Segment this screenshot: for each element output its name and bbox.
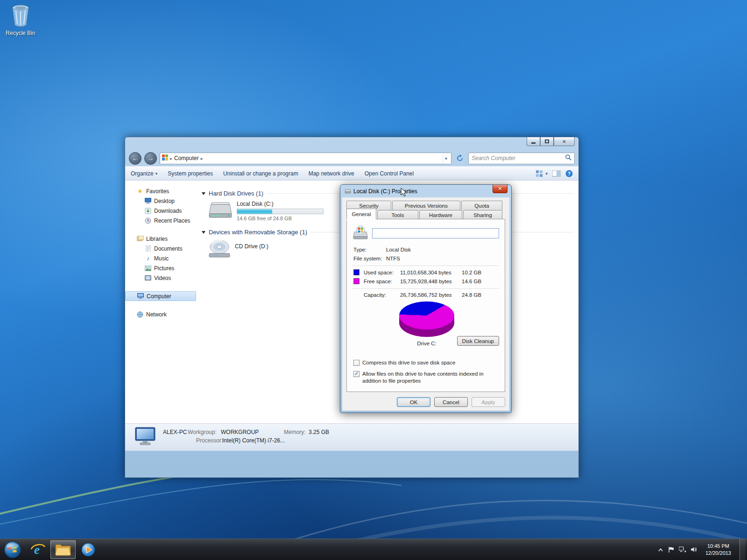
disk-cleanup-button[interactable]: Disk Cleanup — [457, 336, 499, 346]
maximize-button[interactable] — [540, 137, 554, 146]
drive-usage-bar — [237, 209, 324, 214]
compress-checkbox-row[interactable]: Compress this drive to save disk space — [353, 359, 499, 366]
computer-icon — [137, 293, 144, 300]
breadcrumb-chevron-icon: ▸ — [201, 156, 203, 161]
sidebar-item-videos[interactable]: Videos — [125, 273, 198, 283]
hard-drive-icon — [208, 200, 233, 221]
volume-label-input[interactable] — [372, 228, 499, 238]
explorer-titlebar: ✕ — [125, 137, 578, 150]
organize-label: Organize — [131, 170, 154, 177]
used-space-label: Used space: — [364, 270, 400, 275]
pie-chart-label: Drive C: — [399, 341, 454, 346]
tab-general[interactable]: General — [346, 209, 376, 219]
search-box — [468, 153, 575, 164]
sidebar-item-downloads[interactable]: Downloads — [125, 206, 198, 216]
recent-places-icon — [144, 217, 152, 224]
sidebar-item-music[interactable]: ♪ Music — [125, 253, 198, 263]
dialog-close-button[interactable]: ✕ — [493, 185, 507, 193]
dialog-titlebar: Local Disk (C:) Properties ✕ — [340, 185, 511, 197]
chevron-down-icon: ▾ — [155, 171, 158, 176]
volume-icon[interactable] — [691, 546, 697, 553]
used-swatch — [353, 269, 359, 275]
document-icon — [144, 245, 152, 252]
media-player-button[interactable] — [76, 540, 101, 560]
sidebar-item-network[interactable]: Network — [125, 309, 198, 319]
navigation-pane: ★ Favorites Desktop Downloads — [125, 181, 198, 451]
drive-c-label: Local Disk (C:) — [237, 201, 324, 207]
processor-label: Processor: — [196, 437, 223, 444]
cd-drive-label: CD Drive (D:) — [235, 243, 268, 250]
recycle-bin-icon — [9, 21, 32, 28]
computer-large-icon — [134, 427, 156, 448]
open-control-panel-button[interactable]: Open Control Panel — [365, 170, 414, 177]
ok-button[interactable]: OK — [397, 397, 430, 407]
recycle-bin[interactable]: Recycle Bin — [3, 4, 38, 36]
index-checkbox[interactable]: ✓ — [353, 371, 359, 377]
tab-tools[interactable]: Tools — [377, 210, 418, 219]
action-center-flag-icon[interactable] — [668, 546, 674, 553]
command-bar: Organize ▾ System properties Uninstall o… — [125, 166, 578, 181]
windows-explorer-button[interactable] — [50, 540, 76, 559]
internet-explorer-button[interactable]: e — [25, 540, 50, 560]
music-icon: ♪ — [144, 255, 152, 262]
libraries-icon — [136, 235, 144, 243]
sidebar-item-documents[interactable]: Documents — [125, 244, 198, 253]
memory-label: Memory: — [284, 429, 306, 435]
forward-button[interactable]: → — [144, 152, 157, 165]
free-swatch — [353, 278, 359, 284]
cancel-button[interactable]: Cancel — [434, 397, 468, 407]
address-bar[interactable]: ▸ Computer ▸ ▾ — [160, 153, 451, 164]
details-pane: ALEX-PC Workgroup: WORKGROUP Memory: 3.2… — [125, 423, 578, 451]
sidebar-item-computer[interactable]: Computer — [125, 291, 196, 301]
breadcrumb-chevron-icon: ▸ — [170, 156, 172, 161]
minimize-button[interactable] — [527, 137, 540, 146]
free-space-gb: 14.6 GB — [462, 279, 490, 284]
show-hidden-icons-button[interactable] — [658, 548, 663, 552]
search-input[interactable] — [472, 155, 565, 161]
organize-button[interactable]: Organize ▾ — [131, 170, 157, 177]
system-properties-button[interactable]: System properties — [168, 170, 213, 177]
search-icon[interactable] — [565, 154, 571, 162]
compress-checkbox[interactable] — [353, 360, 359, 366]
processor-value: Intel(R) Core(TM) i7-26... — [222, 437, 285, 444]
uninstall-program-button[interactable]: Uninstall or change a program — [223, 170, 298, 177]
breadcrumb[interactable]: Computer — [174, 155, 199, 161]
close-button[interactable]: ✕ — [554, 137, 575, 146]
memory-value: 3.25 GB — [309, 429, 329, 435]
cd-drive-icon — [208, 238, 231, 261]
address-dropdown-icon[interactable]: ▾ — [443, 154, 449, 163]
taskbar-clock[interactable]: 10:45 PM 12/20/2013 — [702, 543, 735, 557]
sidebar-item-pictures[interactable]: Pictures — [125, 263, 198, 273]
filesystem-value: NTFS — [386, 256, 400, 261]
sidebar-item-desktop[interactable]: Desktop — [125, 196, 198, 206]
sidebar-item-favorites[interactable]: ★ Favorites — [125, 186, 198, 196]
taskbar: e — [0, 539, 747, 560]
desktop: Recycle Bin ✕ ← → — [0, 0, 747, 560]
dialog-title: Local Disk (C:) Properties — [353, 188, 417, 195]
navigation-bar: ← → ▸ Computer ▸ ▾ — [125, 150, 578, 166]
capacity-bytes: 26,736,586,752 bytes — [400, 292, 462, 298]
collapse-triangle-icon[interactable] — [202, 231, 205, 234]
start-button[interactable] — [0, 540, 25, 560]
index-checkbox-row[interactable]: ✓ Allow files on this drive to have cont… — [353, 371, 499, 384]
collapse-triangle-icon[interactable] — [202, 192, 205, 195]
help-icon[interactable]: ? — [565, 170, 573, 177]
preview-pane-button[interactable] — [552, 170, 561, 177]
apply-button[interactable]: Apply — [472, 397, 505, 407]
refresh-button[interactable] — [454, 153, 465, 164]
network-icon[interactable] — [679, 546, 686, 553]
tab-sharing[interactable]: Sharing — [463, 210, 502, 219]
tab-hardware[interactable]: Hardware — [419, 210, 462, 219]
network-icon — [136, 311, 144, 318]
back-button[interactable]: ← — [129, 152, 141, 165]
views-button[interactable]: ▾ — [536, 170, 548, 177]
star-icon: ★ — [136, 188, 144, 195]
clock-time: 10:45 PM — [705, 543, 731, 550]
show-desktop-button[interactable] — [740, 539, 745, 560]
check-icon: ✓ — [354, 370, 359, 377]
general-tab-page: Type: Local Disk File system: NTFS Used … — [346, 219, 505, 392]
sidebar-item-libraries[interactable]: Libraries — [125, 234, 198, 244]
sidebar-item-recent-places[interactable]: Recent Places — [125, 216, 198, 225]
map-network-drive-button[interactable]: Map network drive — [309, 170, 354, 177]
filesystem-label: File system: — [353, 256, 386, 261]
